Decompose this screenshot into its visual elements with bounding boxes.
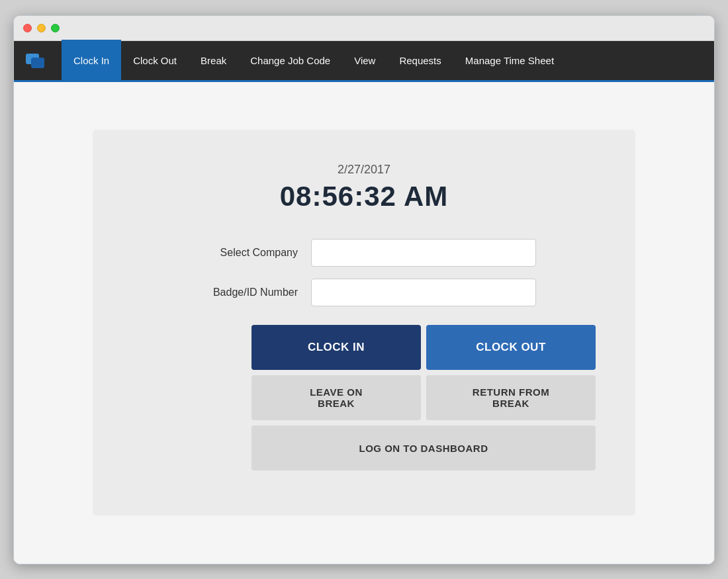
browser-window: Clock In Clock Out Break Change Job Code…: [13, 15, 715, 564]
company-label: Select Company: [192, 247, 298, 259]
nav-item-change-job-code[interactable]: Change Job Code: [238, 40, 342, 81]
company-row: Select Company: [192, 239, 536, 267]
main-card: 2/27/2017 08:56:32 AM Select Company Bad…: [93, 130, 635, 515]
svg-rect-1: [31, 58, 44, 68]
date-display: 2/27/2017: [338, 163, 390, 177]
clock-out-button[interactable]: CLOCK OUT: [426, 325, 596, 370]
dashboard-btn-row: LOG ON TO DASHBOARD: [251, 425, 596, 470]
app-logo: [24, 48, 48, 72]
app-navbar: Clock In Clock Out Break Change Job Code…: [14, 41, 714, 82]
nav-item-manage-time-sheet[interactable]: Manage Time Sheet: [453, 40, 566, 81]
time-display: 08:56:32 AM: [280, 181, 449, 212]
badge-row: Badge/ID Number: [192, 279, 536, 306]
badge-label: Badge/ID Number: [192, 287, 298, 298]
leave-on-break-button[interactable]: LEAVE ON BREAK: [251, 375, 421, 420]
traffic-light-green[interactable]: [51, 24, 60, 32]
buttons-section: CLOCK IN CLOCK OUT LEAVE ON BREAK RETURN…: [251, 325, 596, 476]
log-on-dashboard-button[interactable]: LOG ON TO DASHBOARD: [251, 425, 596, 470]
nav-item-view[interactable]: View: [342, 40, 387, 81]
nav-item-clock-out[interactable]: Clock Out: [121, 40, 189, 81]
break-btn-row: LEAVE ON BREAK RETURN FROM BREAK: [251, 375, 596, 420]
form-section: Select Company Badge/ID Number: [192, 239, 536, 318]
company-input[interactable]: [311, 239, 536, 267]
nav-item-break[interactable]: Break: [189, 40, 238, 81]
badge-input[interactable]: [311, 279, 536, 306]
primary-btn-row: CLOCK IN CLOCK OUT: [251, 325, 596, 370]
nav-item-clock-in[interactable]: Clock In: [62, 40, 121, 81]
browser-titlebar: [14, 16, 714, 41]
clock-in-button[interactable]: CLOCK IN: [251, 325, 421, 370]
nav-item-requests[interactable]: Requests: [387, 40, 453, 81]
browser-content: 2/27/2017 08:56:32 AM Select Company Bad…: [14, 82, 714, 564]
traffic-light-red[interactable]: [23, 24, 32, 32]
traffic-light-yellow[interactable]: [37, 24, 46, 32]
return-from-break-button[interactable]: RETURN FROM BREAK: [426, 375, 596, 420]
